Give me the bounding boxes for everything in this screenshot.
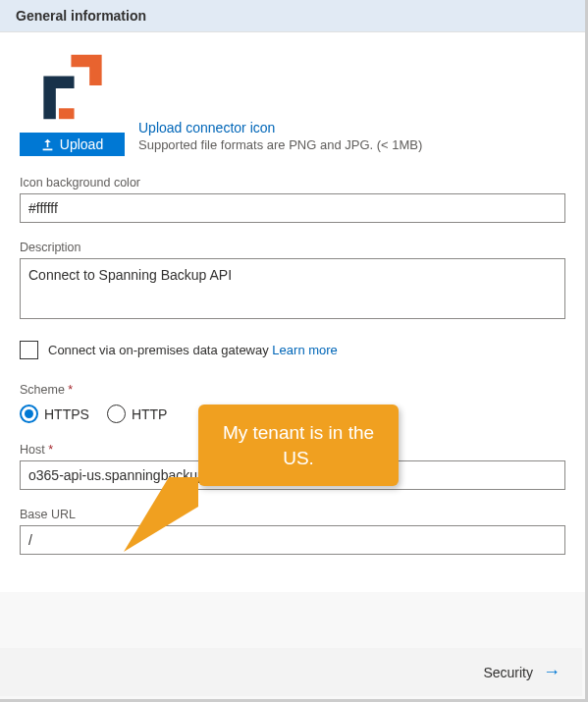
radio-http-label: HTTP (132, 406, 168, 422)
gateway-row: Connect via on-premises data gateway Lea… (20, 341, 565, 359)
upload-button[interactable]: Upload (20, 133, 125, 156)
input-bg-color[interactable] (20, 193, 565, 223)
upload-button-label: Upload (60, 136, 103, 152)
upload-hint: Supported file formats are PNG and JPG. … (138, 137, 422, 152)
radio-https-circle (20, 405, 38, 423)
learn-more-link[interactable]: Learn more (272, 343, 337, 357)
annotation-callout: My tenant is in the US. (198, 405, 399, 486)
input-base-url[interactable] (20, 525, 565, 555)
section-header: General information (0, 0, 585, 32)
svg-rect-0 (58, 108, 74, 119)
field-description: Description (20, 241, 565, 323)
gateway-checkbox[interactable] (20, 341, 38, 359)
form-body: Upload Upload connector icon Supported f… (0, 32, 585, 592)
field-scheme: Scheme (20, 383, 565, 397)
next-step-link[interactable]: Security → (483, 662, 561, 682)
gateway-label-text: Connect via on-premises data gateway (48, 343, 272, 357)
icon-upload-section: Upload Upload connector icon Supported f… (20, 50, 565, 156)
radio-http-circle (107, 405, 126, 423)
upload-icon (41, 138, 54, 151)
input-description[interactable] (20, 258, 565, 319)
upload-info: Upload connector icon Supported file for… (138, 120, 422, 156)
connector-icon-block: Upload (20, 50, 125, 156)
section-title: General information (16, 8, 146, 24)
wizard-footer: Security → (0, 648, 582, 696)
label-scheme: Scheme (20, 383, 565, 397)
label-bg-color: Icon background color (20, 176, 565, 189)
field-bg-color: Icon background color (20, 176, 565, 223)
callout-text: My tenant is in the US. (198, 405, 399, 486)
connector-logo-icon (32, 50, 113, 127)
callout-pointer-icon (122, 477, 220, 554)
label-base-url: Base URL (20, 508, 565, 521)
next-step-label: Security (483, 665, 533, 680)
gateway-label: Connect via on-premises data gateway Lea… (48, 343, 338, 357)
radio-http[interactable]: HTTP (107, 405, 168, 423)
radio-https-label: HTTPS (44, 406, 89, 422)
arrow-right-icon: → (543, 662, 561, 682)
field-base-url: Base URL (20, 508, 565, 555)
upload-title: Upload connector icon (138, 120, 422, 135)
radio-https[interactable]: HTTPS (20, 405, 89, 423)
svg-marker-1 (124, 477, 198, 552)
label-description: Description (20, 241, 565, 254)
